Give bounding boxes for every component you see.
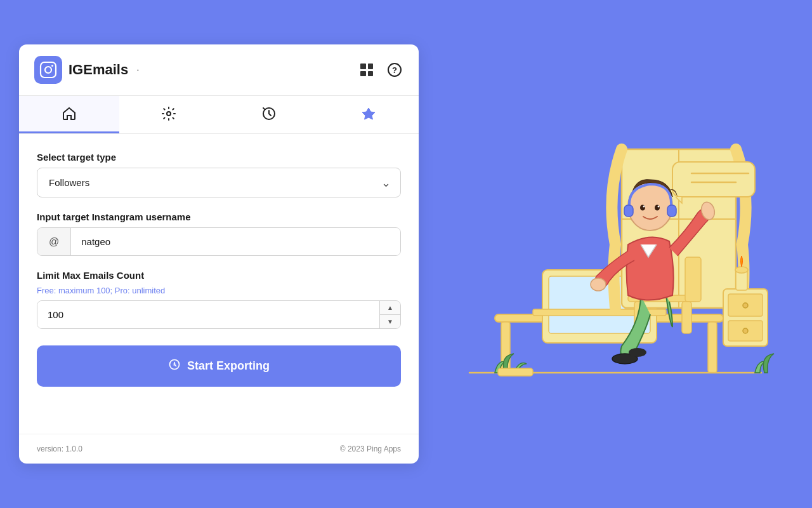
help-icon[interactable]: ?: [386, 61, 403, 79]
app-dot: ·: [136, 62, 140, 78]
svg-point-1: [45, 67, 51, 73]
username-input[interactable]: [71, 228, 400, 255]
svg-point-41: [743, 303, 748, 308]
tab-history[interactable]: [219, 96, 319, 133]
tab-settings[interactable]: [119, 96, 219, 133]
version-text: version: 1.0.0: [37, 444, 82, 453]
tab-home[interactable]: [19, 96, 119, 133]
svg-point-42: [743, 328, 748, 333]
export-icon: [168, 358, 181, 374]
target-type-label: Select target type: [37, 152, 401, 163]
spinner-controls: ▲ ▼: [379, 301, 400, 328]
svg-point-37: [629, 348, 646, 357]
logo-area: IGEmails ·: [34, 56, 140, 84]
app-title: IGEmails: [69, 62, 128, 78]
export-label: Start Exporting: [187, 359, 270, 373]
svg-rect-26: [682, 302, 691, 333]
svg-point-34: [643, 206, 645, 208]
illustration-svg: [444, 79, 787, 429]
username-field: Input target Instangram username @: [37, 211, 401, 256]
svg-marker-7: [362, 108, 375, 119]
tab-premium[interactable]: [319, 96, 419, 133]
at-prefix: @: [37, 228, 71, 255]
svg-rect-30: [624, 205, 633, 217]
spinner-up-button[interactable]: ▲: [380, 301, 400, 315]
svg-point-35: [658, 206, 660, 208]
svg-point-9: [173, 363, 176, 366]
main-panel: IGEmails · ?: [19, 44, 419, 464]
start-exporting-button[interactable]: Start Exporting: [37, 345, 401, 387]
header-icons: ?: [358, 61, 403, 79]
footer: version: 1.0.0 © 2023 Ping Apps: [19, 434, 419, 464]
copyright-text: © 2023 Ping Apps: [340, 444, 401, 453]
target-type-select[interactable]: Followers Following Hashtag: [37, 168, 401, 197]
limit-field: Limit Max Emails Count Free: maximum 100…: [37, 270, 401, 329]
svg-rect-45: [498, 368, 533, 376]
illustration-area: [419, 0, 812, 508]
limit-input[interactable]: [37, 301, 379, 328]
svg-point-28: [591, 278, 606, 291]
svg-point-2: [51, 65, 53, 67]
limit-spinner: ▲ ▼: [37, 300, 401, 329]
svg-rect-31: [667, 205, 676, 217]
tab-bar: [19, 96, 419, 134]
form-content: Select target type Followers Following H…: [19, 134, 419, 434]
svg-rect-12: [708, 322, 717, 373]
svg-point-5: [167, 112, 171, 116]
spinner-down-button[interactable]: ▼: [380, 315, 400, 328]
svg-rect-0: [41, 62, 56, 77]
username-label: Input target Instangram username: [37, 211, 401, 222]
svg-rect-24: [685, 257, 701, 302]
header: IGEmails · ?: [19, 44, 419, 96]
target-type-field: Select target type Followers Following H…: [37, 152, 401, 197]
svg-text:?: ?: [392, 65, 397, 75]
logo-svg: [39, 61, 57, 79]
app-container: IGEmails · ?: [0, 0, 812, 508]
target-type-select-wrapper: Followers Following Hashtag ⌄: [37, 168, 401, 197]
app-logo: [34, 56, 62, 84]
limit-label: Limit Max Emails Count: [37, 270, 401, 281]
grid-icon[interactable]: [358, 61, 376, 79]
svg-rect-20: [672, 162, 755, 197]
limit-info: Free: maximum 100; Pro: unlimited: [37, 286, 401, 295]
username-input-group: @: [37, 227, 401, 256]
